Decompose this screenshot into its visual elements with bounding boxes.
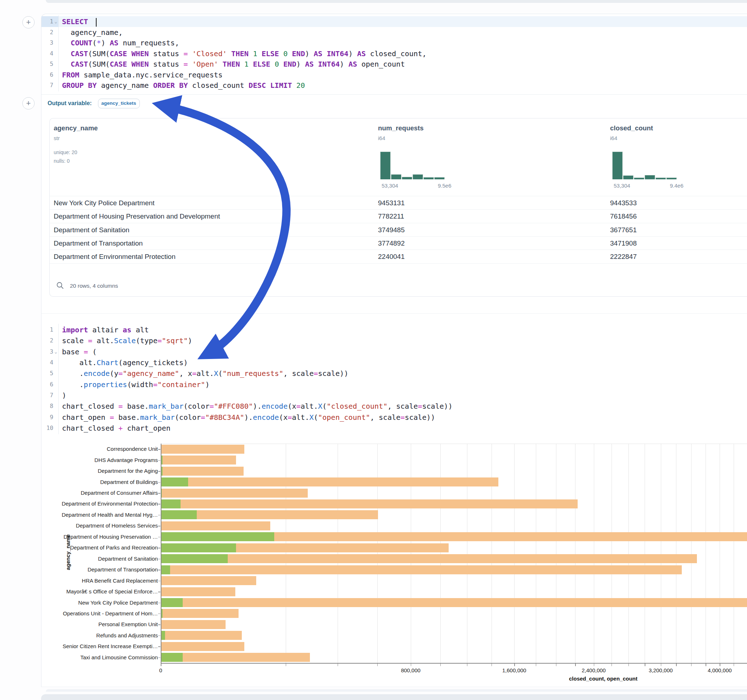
code-line[interactable]: 2scale = alt.Scale(type="sqrt") [41, 335, 747, 346]
code-token: closed_count [188, 81, 249, 90]
code-token: ) [296, 60, 305, 68]
bar-closed [161, 631, 242, 640]
collapse-caret-icon[interactable]: ⌄ [54, 346, 57, 357]
code-token: closed_count, [366, 49, 426, 58]
x-axis-title: closed_count, open_count [549, 676, 657, 682]
line-number: 2 [42, 27, 53, 38]
x-tick-label: 2,400,000 [572, 667, 615, 673]
code-token: agency_name, [62, 28, 123, 37]
code-token: FROM [62, 71, 79, 79]
line-number: 4 [42, 48, 53, 59]
x-tick [377, 664, 378, 666]
table-row-count: 20 rows, 4 columns [70, 283, 118, 289]
code-text: COUNT(*) AS num_requests, [62, 38, 179, 48]
code-line[interactable]: 4 CAST(SUM(CASE WHEN status = 'Closed' T… [41, 48, 747, 59]
code-line[interactable]: 8chart_closed = base.mark_bar(color="#FF… [41, 401, 747, 412]
code-line[interactable]: 10chart_closed + chart_open [41, 423, 747, 433]
code-token: status [149, 60, 183, 68]
code-line[interactable]: 6FROM sample_data.nyc.service_requests [41, 69, 747, 80]
histogram-min-label: 53,304 [382, 183, 398, 189]
y-tick [158, 548, 160, 548]
code-token: (agency_tickets) [119, 358, 188, 367]
y-tick [158, 625, 160, 625]
code-token: properties [83, 380, 127, 389]
code-token: GROUP [62, 81, 83, 90]
y-tick [158, 537, 160, 538]
line-number: 5 [42, 59, 53, 69]
bar-closed [161, 576, 256, 585]
x-tick [161, 664, 162, 666]
category-label: Department of Housing Preservation … [0, 534, 158, 540]
category-label: Refunds and Adjustments [0, 632, 158, 639]
code-token: X [309, 413, 313, 422]
code-token: = [88, 336, 92, 345]
gridline [514, 444, 514, 663]
x-tick-label: 800,000 [389, 667, 432, 673]
code-line[interactable]: 6 .properties(width="container") [41, 379, 747, 390]
code-token [314, 60, 318, 68]
code-line[interactable]: 1import altair as alt [41, 324, 747, 335]
code-line[interactable]: 9chart_open = base.mark_bar(color="#8BC3… [41, 412, 747, 423]
code-token: BY [88, 81, 97, 90]
code-token: ( [313, 413, 318, 422]
table-cell: 3749485 [378, 223, 405, 237]
bar-open [161, 456, 163, 465]
code-token: import [62, 326, 88, 334]
code-text: SELECT [62, 16, 97, 27]
table-cell: Department of Housing Preservation and D… [54, 210, 220, 223]
output-variable-pill[interactable]: agency_tickets [98, 99, 140, 109]
category-label: Correspondence Unit [0, 446, 158, 452]
code-token: WHEN [132, 60, 149, 68]
table-cell: 9443533 [610, 196, 637, 210]
code-token: (x [287, 402, 296, 410]
code-line[interactable]: 7) [41, 390, 747, 401]
code-line[interactable]: 4 alt.Chart(agency_tickets) [41, 357, 747, 368]
column-type: i64 [610, 135, 617, 141]
code-token [218, 60, 223, 68]
y-tick [158, 570, 160, 570]
code-token: num_requests, [119, 39, 180, 47]
add-cell-button-output[interactable]: + [22, 97, 35, 109]
code-line[interactable]: 3 COUNT(*) AS num_requests, [41, 38, 747, 48]
collapsed-cell-top [46, 0, 747, 3]
search-icon[interactable] [56, 282, 64, 290]
gridline [411, 444, 411, 663]
category-label: Department of Sanitation [0, 556, 158, 562]
code-token: Chart [97, 358, 118, 367]
code-token: sample_data.nyc.service_requests [79, 71, 222, 79]
line-number: 8 [42, 401, 53, 412]
add-cell-button-top[interactable]: + [22, 16, 35, 29]
bar-closed [161, 554, 697, 563]
gridline [661, 444, 661, 663]
code-token [127, 60, 132, 68]
code-token: 1 [244, 60, 249, 68]
code-token: . [62, 369, 83, 378]
histogram-bar [645, 175, 655, 180]
histogram-bar [391, 174, 401, 180]
code-line[interactable]: 5 .encode(y="agency_name", x=alt.X("num_… [41, 368, 747, 379]
category-label: Department for the Aging [0, 468, 158, 474]
code-token: = [119, 402, 123, 410]
code-token: * [97, 39, 101, 47]
code-token: chart_closed [62, 402, 119, 410]
code-token: encode [262, 402, 287, 410]
code-line[interactable]: 3⌄base = ( [41, 346, 747, 357]
code-line[interactable]: 1⌄SELECT [41, 16, 747, 27]
code-token: alt. [62, 358, 97, 367]
x-tick [628, 664, 629, 666]
code-token [188, 60, 192, 68]
code-text: CAST(SUM(CASE WHEN status = 'Closed' THE… [62, 48, 426, 59]
code-line[interactable]: 5 CAST(SUM(CASE WHEN status = 'Open' THE… [41, 59, 747, 69]
category-label: Operations Unit - Department of Hom… [0, 610, 158, 617]
code-token [279, 49, 283, 58]
code-token [257, 49, 262, 58]
histogram-bar [423, 177, 434, 180]
code-token: , scale [370, 413, 400, 422]
code-token: ) [205, 380, 209, 389]
collapse-caret-icon[interactable]: ⌄ [54, 16, 57, 27]
category-label: Department of Buildings [0, 479, 158, 486]
code-line[interactable]: 7GROUP BY agency_name ORDER BY closed_co… [41, 80, 747, 91]
code-token: chart_open [62, 413, 110, 422]
code-line[interactable]: 2 agency_name, [41, 27, 747, 38]
code-token: AS [348, 60, 357, 68]
